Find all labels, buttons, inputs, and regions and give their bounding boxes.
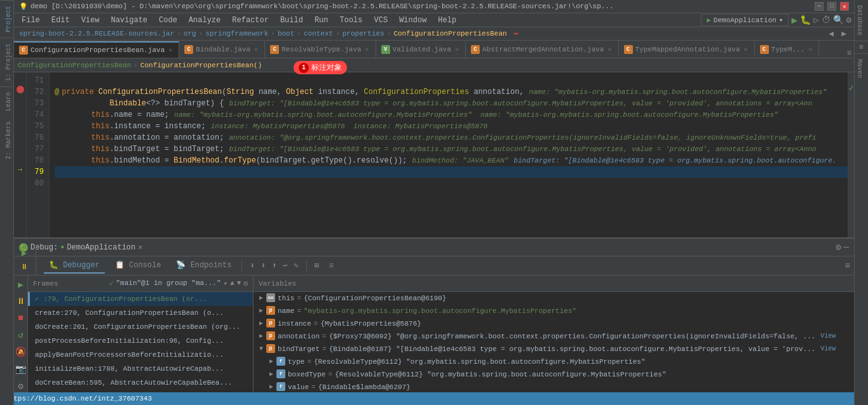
tab-type-m2[interactable]: C TypeM... ✕ — [755, 41, 820, 58]
debug-tab-console[interactable]: 📋 Console — [110, 258, 166, 274]
pause-side-btn[interactable]: ⏸ — [15, 295, 27, 308]
tab-close-type-m2[interactable]: ✕ — [807, 45, 813, 54]
tab-resolvable[interactable]: C ResolvableType.java ✕ — [265, 41, 376, 58]
step-into-btn[interactable]: ⬇ — [259, 260, 268, 272]
tab-close-resolvable[interactable]: ✕ — [364, 45, 370, 54]
var-type[interactable]: ▶ f type = {ResolvableType@6112} "org.my… — [264, 355, 854, 368]
debug-tab-endpoints[interactable]: 📡 Endpoints — [171, 258, 236, 274]
frame-item-applybean[interactable]: applyBeanPostProcessorsBeforeInitializat… — [28, 348, 253, 362]
code-lines[interactable]: @ private ConfigurationPropertiesBean ( … — [50, 72, 854, 237]
restore-layout-btn[interactable]: ⊞ — [312, 260, 322, 272]
vars-list[interactable]: ▶ oo this = {ConfigurationPropertiesBean… — [254, 292, 854, 405]
frame-item-docreate[interactable]: doCreate:201, ConfigurationPropertiesBea… — [28, 320, 253, 334]
frame-item-initializebean[interactable]: initializeBean:1788, AbstractAutowireCap… — [28, 362, 253, 376]
resume-side-btn[interactable]: ▶ — [17, 278, 24, 291]
settings-btn[interactable]: ⚙ — [846, 15, 851, 25]
breadcrumb-springframework[interactable]: springframework — [205, 30, 268, 37]
nav-back-btn[interactable]: ◀ — [826, 27, 836, 40]
minimize-btn[interactable]: ─ — [815, 2, 824, 11]
var-name[interactable]: ▶ p name = "mybatis-org.mybatis.spring.b… — [254, 305, 854, 317]
frames-filter-btn[interactable]: ⊟ — [243, 279, 248, 288]
menu-navigate[interactable]: Navigate — [105, 15, 153, 26]
sidebar-1-tab[interactable]: 1: Project — [0, 37, 13, 86]
var-instance-expand[interactable]: ▶ — [256, 319, 266, 329]
step-out-btn[interactable]: ⬆ — [269, 260, 279, 272]
var-value[interactable]: ▶ f value = {Bindable$lambda@6207} — [264, 381, 854, 394]
sidebar-learn-tab[interactable]: Learn — [0, 86, 13, 116]
profile-btn[interactable]: ⏱ — [822, 15, 831, 25]
tab-close-type-mapped[interactable]: ✕ — [743, 45, 749, 54]
maximize-btn[interactable]: □ — [827, 2, 836, 11]
stop-side-btn[interactable]: ■ — [17, 312, 24, 324]
menu-edit[interactable]: Edit — [46, 15, 75, 26]
tab-close-bindable[interactable]: ✕ — [253, 45, 259, 54]
var-instance[interactable]: ▶ p instance = {MybatisProperties@5876} — [254, 317, 854, 330]
breadcrumb-properties[interactable]: properties — [342, 30, 384, 37]
mute-side-btn[interactable]: 🔕 — [14, 345, 27, 359]
sidebar-maven-tab[interactable]: Maven — [855, 54, 868, 83]
menu-file[interactable]: File — [17, 15, 45, 26]
menu-refactor[interactable]: Refactor — [227, 15, 274, 26]
run-configuration[interactable]: ▶ DemoApplication ▾ — [701, 14, 789, 26]
tab-close-abstract[interactable]: ✕ — [606, 45, 613, 54]
step-over-btn[interactable]: ⬇ — [247, 260, 257, 272]
run-btn[interactable]: ▶ — [791, 14, 797, 27]
tab-bindable[interactable]: C Bindable.java ✕ — [179, 41, 265, 58]
frames-down-btn[interactable]: ▼ — [237, 279, 241, 288]
var-type-expand[interactable]: ▶ — [266, 357, 276, 367]
close-btn[interactable]: ✕ — [840, 2, 849, 11]
menu-build[interactable]: Build — [275, 15, 308, 26]
resume-btn[interactable]: ▶ — [19, 246, 29, 260]
menu-vcs[interactable]: VCS — [369, 15, 393, 26]
pause-btn[interactable]: ⏸ — [18, 261, 31, 273]
tab-abstract-merged[interactable]: C AbstractMergedAnnotation.java ✕ — [466, 41, 618, 58]
var-bindtarget-link[interactable]: View — [820, 344, 836, 354]
menu-tools[interactable]: Tools — [335, 15, 368, 26]
debug-session-close[interactable]: ✕ — [138, 242, 142, 252]
sidebar-markers-tab[interactable]: 2: Markers — [0, 116, 13, 164]
tab-close-config[interactable]: ✕ — [167, 46, 173, 55]
scroll-indicator[interactable] — [848, 72, 854, 237]
breadcrumb-class[interactable]: ConfigurationPropertiesBean — [393, 30, 506, 37]
debug-minimize-btn[interactable]: ─ — [844, 242, 849, 253]
code-editor[interactable]: → 71 72 73 74 75 76 77 78 79 80 — [14, 72, 854, 237]
var-bindtarget[interactable]: ▼ p bindTarget = {Bindable@6187} "[Binda… — [254, 343, 854, 355]
var-annotation-expand[interactable]: ▶ — [256, 331, 266, 342]
var-boxedtype[interactable]: ▶ f boxedType = {ResolvableType@6112} "o… — [264, 368, 854, 381]
nav-forward-btn[interactable]: ▶ — [839, 27, 849, 40]
var-this-expand[interactable]: ▶ — [256, 293, 266, 303]
frames-list[interactable]: ✓ :79, ConfigurationPropertiesBean (or..… — [28, 292, 253, 405]
sidebar-project-tab[interactable]: Project — [0, 0, 13, 37]
tab-type-mapped[interactable]: C TypeMappedAnnotation.java ✕ — [619, 41, 755, 58]
nav-class[interactable]: ConfigurationPropertiesBean — [18, 62, 131, 69]
sidebar-m-tab[interactable]: m — [855, 41, 868, 54]
frame-item-postprocess[interactable]: postProcessBeforeInitialization:96, Conf… — [28, 334, 253, 348]
run-config-dropdown[interactable]: ▾ — [779, 16, 783, 24]
breadcrumb-boot[interactable]: boot — [278, 30, 294, 37]
frame-item-docreatebean595[interactable]: doCreateBean:595, AbstractAutowireCapabl… — [28, 376, 253, 390]
rerun-side-btn[interactable]: ↺ — [17, 328, 24, 342]
menu-window[interactable]: Window — [394, 15, 431, 26]
menu-view[interactable]: View — [76, 15, 105, 26]
frame-item-init[interactable]: ✓ :79, ConfigurationPropertiesBean (or..… — [28, 292, 253, 306]
debug-tab-debugger[interactable]: 🐛 Debugger — [44, 258, 105, 274]
breadcrumb-org[interactable]: org — [184, 30, 196, 37]
breadcrumb-jar[interactable]: spring-boot-2.2.5.RELEASE-sources.jar — [19, 30, 174, 37]
menu-run[interactable]: Run — [309, 15, 334, 26]
var-annotation-link[interactable]: View — [820, 331, 836, 342]
var-name-expand[interactable]: ▶ — [256, 306, 266, 316]
camera-side-btn[interactable]: 📷 — [14, 362, 27, 376]
menu-code[interactable]: Code — [154, 15, 182, 26]
debug-btn[interactable]: 🐛 — [800, 15, 811, 25]
var-this[interactable]: ▶ oo this = {ConfigurationPropertiesBean… — [254, 292, 854, 305]
tab-close-validated[interactable]: ✕ — [454, 45, 460, 54]
var-boxedtype-expand[interactable]: ▶ — [266, 369, 276, 380]
run-to-cursor-btn[interactable]: ↩ — [280, 260, 290, 272]
tab-config-properties[interactable]: C ConfigurationPropertiesBean.java ✕ — [14, 41, 179, 58]
search-btn[interactable]: 🔍 — [833, 15, 844, 25]
coverage-btn[interactable]: ▷ — [813, 15, 818, 25]
breadcrumb-context[interactable]: context — [304, 30, 333, 37]
sidebar-database-tab[interactable]: Database — [855, 0, 868, 41]
back-arrow[interactable]: ⬅ — [513, 29, 519, 39]
debug-panel-settings[interactable]: ≡ — [845, 261, 850, 271]
